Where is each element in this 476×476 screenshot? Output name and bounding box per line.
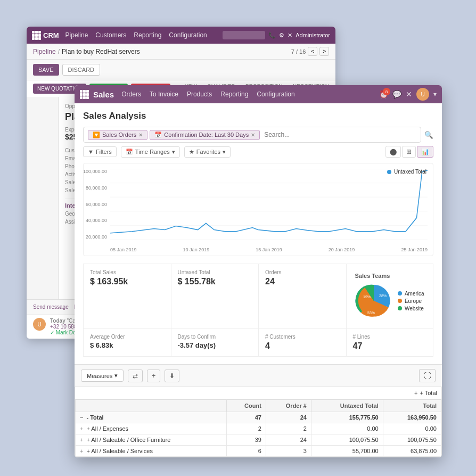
filter-icon-sm: ▼	[88, 149, 94, 155]
filter-tag-sales-orders: 🔽 Sales Orders ✕	[88, 130, 147, 140]
chat-icon-button[interactable]: 💬	[392, 90, 401, 99]
bottom-toolbar: Measures ▾ ⇄ + ⬇ ⛶	[75, 364, 442, 387]
orders-value: 24	[265, 277, 340, 286]
table-wrapper: + + Total Count Order # Untaxed Total To…	[75, 387, 442, 457]
row-expenses-count: 2	[226, 423, 266, 434]
filter-tag-date: 📅 Confirmation Date: Last 30 Days ✕	[150, 130, 260, 140]
discard-button[interactable]: DISCARD	[62, 64, 101, 76]
breadcrumb-parent[interactable]: Pipeline	[33, 48, 56, 55]
row-total-count: 47	[226, 412, 266, 423]
measures-button[interactable]: Measures ▾	[81, 370, 124, 382]
row-total-untaxed: 155,775.50	[311, 412, 383, 423]
stat-days-confirm: Days to Confirm -3.57 day(s)	[171, 329, 259, 357]
avg-order-label: Average Order	[90, 334, 165, 340]
close-icon[interactable]: ✕	[288, 32, 292, 39]
nav-next-button[interactable]: >	[319, 47, 329, 56]
user-dropdown-icon[interactable]: ▾	[433, 91, 437, 98]
sales-nav-orders[interactable]: Orders	[121, 91, 141, 98]
crm-icons: 📞 ⚙ ✕	[268, 32, 292, 39]
y-label-1: 80,000.00	[86, 185, 107, 191]
breadcrumb-current: Plan to buy RedHat servers	[62, 48, 140, 55]
chat-avatar: U	[33, 318, 46, 331]
website-dot	[398, 306, 402, 310]
x-label-1: 10 Jan 2019	[183, 247, 210, 252]
data-table: Count Order # Untaxed Total Total − - To…	[75, 399, 441, 457]
customers-value: 4	[265, 341, 340, 351]
pie-america-pct: 28%	[379, 294, 387, 298]
stat-lines: # Lines 47	[346, 329, 434, 357]
send-message-button[interactable]: Send message	[33, 304, 69, 310]
row-office-plus: +	[80, 437, 83, 443]
grid-icon	[32, 31, 41, 40]
x-label-4: 25 Jan 2019	[401, 247, 428, 252]
pie-europe-pct: 53%	[367, 311, 375, 315]
untaxed-total-value: $ 155.78k	[178, 277, 252, 286]
filter-label-2: Confirmation Date: Last 30 Days	[164, 132, 249, 138]
untaxed-total-label: Untaxed Total	[178, 269, 252, 275]
close-window-button[interactable]: ✕	[406, 90, 412, 99]
website-legend-label: Website	[405, 306, 424, 311]
stat-total-sales: Total Sales $ 163.95k	[83, 264, 171, 329]
favorites-button[interactable]: ★ Favorites ▾	[184, 146, 231, 158]
row-office-count: 39	[226, 434, 266, 446]
calendar-icon: 📅	[154, 132, 162, 138]
row-services-order: 3	[266, 446, 311, 457]
time-ranges-button[interactable]: 📅 Time Ranges ▾	[121, 146, 180, 158]
sales-nav-to-invoice[interactable]: To Invoice	[150, 91, 178, 98]
table-row-total: − - Total 47 24 155,775.50 163,950.50	[76, 412, 441, 423]
lines-value: 47	[353, 341, 427, 351]
fullscreen-button[interactable]: ⛶	[419, 369, 436, 382]
filter-close-1[interactable]: ✕	[138, 132, 143, 138]
user-avatar: U	[416, 88, 429, 101]
row-expenses-text: + All / Expenses	[87, 425, 129, 432]
col-header-label	[76, 400, 227, 412]
search-button[interactable]: 🔍	[424, 131, 433, 139]
crm-phone-bar	[223, 31, 265, 39]
view-chart-button[interactable]: 📊	[417, 146, 433, 158]
sales-nav-configuration[interactable]: Configuration	[257, 91, 294, 98]
filter-close-2[interactable]: ✕	[251, 132, 255, 138]
sales-nav-products[interactable]: Products	[187, 91, 212, 98]
crm-nav-reporting[interactable]: Reporting	[134, 31, 161, 39]
legend-label: Untaxed Total	[394, 169, 426, 175]
download-button[interactable]: ⬇	[165, 370, 179, 382]
view-pie-button[interactable]: ⬤	[385, 146, 401, 158]
column-settings-button[interactable]: ⇄	[128, 370, 143, 382]
pie-website-pct: 19%	[363, 295, 371, 299]
table-row-services: + + All / Saleable / Services 6 3 55,700…	[76, 446, 441, 457]
sales-grid-icon	[80, 90, 89, 99]
col-header-count: Count	[226, 400, 266, 412]
row-services-plus: +	[80, 448, 83, 454]
crm-topbar: CRM Pipeline Customers Reporting Configu…	[27, 27, 335, 44]
search-input[interactable]	[262, 130, 416, 139]
row-services-label: + + All / Saleable / Services	[76, 446, 227, 457]
nav-prev-button[interactable]: <	[308, 47, 317, 56]
y-label-3: 40,000.00	[86, 218, 107, 223]
crm-nav-pipeline[interactable]: Pipeline	[65, 31, 88, 39]
crm-nav-configuration[interactable]: Configuration	[169, 31, 207, 39]
sales-nav-reporting[interactable]: Reporting	[220, 91, 248, 98]
save-button[interactable]: SAVE	[33, 64, 59, 76]
admin-label: Administrator	[296, 32, 330, 38]
col-header-untaxed: Untaxed Total	[311, 400, 383, 412]
row-office-order: 24	[266, 434, 311, 446]
crm-nav: Pipeline Customers Reporting Configurati…	[65, 31, 207, 39]
days-confirm-label: Days to Confirm	[178, 334, 252, 340]
legend-dot	[387, 170, 391, 174]
row-services-count: 6	[226, 446, 266, 457]
row-services-total: 63,875.00	[383, 446, 441, 457]
view-table-button[interactable]: ⊞	[402, 146, 416, 158]
filter-box[interactable]: 🔽 Sales Orders ✕ 📅 Confirmation Date: La…	[83, 127, 421, 143]
stat-customers: # Customers 4	[258, 329, 346, 357]
stats-grid-row1: Total Sales $ 163.95k Untaxed Total $ 15…	[83, 264, 433, 329]
sales-nav: Orders To Invoice Products Reporting Con…	[121, 91, 295, 98]
filters-button[interactable]: ▼ Filters	[83, 146, 117, 157]
table-header-row: Count Order # Untaxed Total Total	[76, 400, 441, 412]
pie-chart-svg: 28% 53% 19%	[355, 282, 392, 319]
add-column-button[interactable]: +	[147, 370, 160, 382]
chart-x-labels: 05 Jan 2019 10 Jan 2019 15 Jan 2019 20 J…	[110, 247, 428, 252]
total-header-label: + Total	[420, 390, 437, 396]
breadcrumb: Pipeline / Plan to buy RedHat servers	[33, 48, 140, 55]
sales-logo-area: Sales	[80, 90, 114, 99]
crm-nav-customers[interactable]: Customers	[95, 31, 126, 39]
